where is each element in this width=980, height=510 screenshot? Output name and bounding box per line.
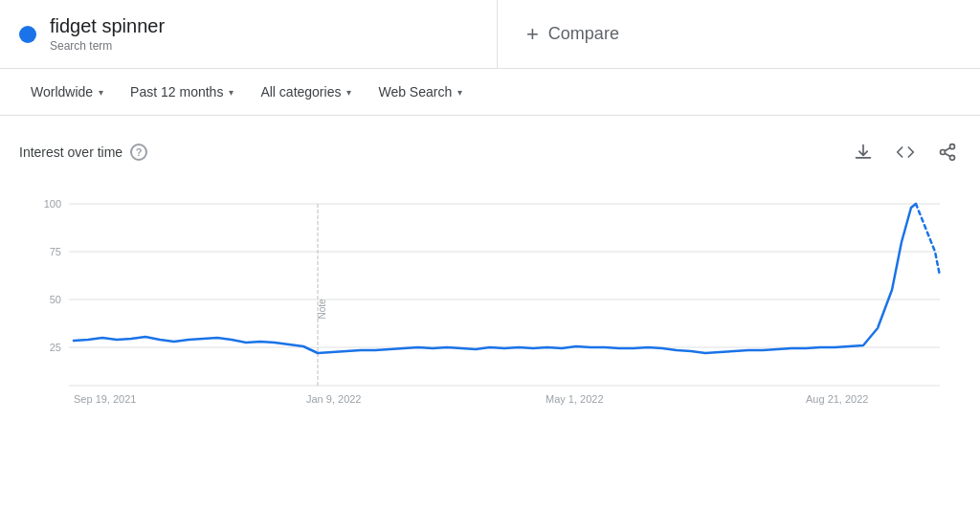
trend-line-solid: [74, 204, 916, 353]
x-label-sep: Sep 19, 2021: [74, 393, 136, 405]
category-filter[interactable]: All categories ▾: [249, 78, 363, 105]
compare-button[interactable]: + Compare: [498, 0, 980, 68]
region-filter-label: Worldwide: [31, 84, 93, 100]
embed-button[interactable]: [892, 139, 919, 166]
header-section: fidget spinner Search term + Compare: [0, 0, 980, 69]
y-label-100: 100: [44, 198, 61, 210]
region-filter[interactable]: Worldwide ▾: [19, 78, 115, 105]
svg-line-4: [945, 147, 950, 150]
search-term-box: fidget spinner Search term: [0, 0, 498, 68]
svg-point-0: [950, 144, 955, 149]
share-button[interactable]: [934, 139, 961, 166]
compare-label: Compare: [548, 24, 619, 44]
trend-line-dotted: [916, 204, 940, 276]
chart-title-area: Interest over time ?: [19, 144, 147, 161]
chart-header: Interest over time ?: [19, 139, 961, 166]
search-type-filter[interactable]: Web Search ▾: [367, 78, 474, 105]
x-label-may: May 1, 2022: [546, 393, 604, 405]
chart-container: 100 75 50 25 Note Sep 19, 2021 Jan 9, 20…: [19, 175, 961, 417]
download-icon: [854, 143, 873, 162]
category-chevron-icon: ▾: [346, 87, 351, 98]
term-name: fidget spinner: [50, 15, 165, 37]
trend-chart-svg: 100 75 50 25 Note Sep 19, 2021 Jan 9, 20…: [19, 175, 961, 414]
region-chevron-icon: ▾: [99, 87, 103, 98]
search-type-chevron-icon: ▾: [457, 87, 462, 98]
period-filter[interactable]: Past 12 months ▾: [119, 78, 245, 105]
category-filter-label: All categories: [260, 84, 341, 100]
x-label-aug: Aug 21, 2022: [806, 393, 868, 405]
search-term-dot: [19, 26, 36, 43]
period-filter-label: Past 12 months: [130, 84, 223, 100]
y-label-50: 50: [50, 294, 61, 305]
download-button[interactable]: [850, 139, 877, 166]
svg-point-2: [950, 155, 955, 160]
y-label-25: 25: [50, 342, 61, 353]
x-label-jan: Jan 9, 2022: [306, 393, 362, 405]
chart-section: Interest over time ?: [0, 123, 980, 427]
search-term-text: fidget spinner Search term: [50, 15, 165, 53]
search-type-filter-label: Web Search: [378, 84, 452, 100]
chart-actions: [850, 139, 961, 166]
compare-plus-icon: +: [526, 22, 539, 47]
embed-icon: [896, 143, 915, 162]
chart-title: Interest over time: [19, 144, 122, 160]
y-label-75: 75: [50, 246, 61, 257]
share-icon: [938, 143, 957, 162]
period-chevron-icon: ▾: [229, 87, 234, 98]
help-icon[interactable]: ?: [130, 144, 147, 161]
term-type: Search term: [50, 39, 165, 53]
filters-bar: Worldwide ▾ Past 12 months ▾ All categor…: [0, 69, 980, 116]
svg-line-3: [945, 153, 950, 156]
svg-point-1: [941, 150, 946, 155]
note-label: Note: [317, 299, 327, 320]
